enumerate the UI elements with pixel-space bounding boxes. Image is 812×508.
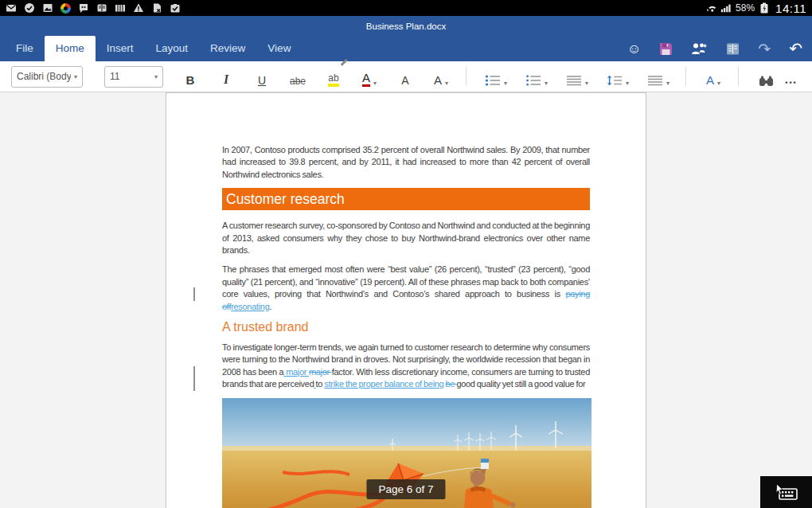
- paragraph-phrases: The phrases that emerged most often were…: [222, 264, 590, 313]
- find-button[interactable]: [757, 66, 775, 87]
- alignment-button[interactable]: ▾: [647, 66, 670, 87]
- strikethrough-icon: abe: [290, 76, 306, 87]
- italic-button[interactable]: I: [217, 66, 235, 87]
- font-size-value: 11: [110, 71, 151, 82]
- chevron-down-icon: ▾: [585, 80, 588, 87]
- heading-customer-research: Customer research: [222, 188, 590, 210]
- text-run: .: [270, 302, 272, 311]
- font-name-value: Calibri (Body): [17, 71, 71, 82]
- tracked-insertion: strike the proper balance of being: [324, 379, 443, 389]
- underline-icon: U: [258, 74, 266, 87]
- text-effects-button[interactable]: A▾: [705, 66, 722, 87]
- wifi-icon: [705, 2, 716, 14]
- ribbon-quick-actions: ☺ ↷ ↶: [627, 36, 802, 61]
- chevron-down-icon: ▾: [717, 80, 720, 87]
- chevron-down-icon: ▾: [74, 73, 77, 80]
- indent-button[interactable]: ▾: [566, 66, 588, 87]
- battery-percent: 58%: [736, 2, 755, 14]
- chevron-down-icon: ▾: [626, 80, 629, 87]
- reader-icon: [96, 2, 107, 14]
- toolbar-separator: [466, 67, 467, 86]
- tab-insert[interactable]: Insert: [96, 36, 145, 61]
- numbering-button[interactable]: ▾: [525, 66, 548, 87]
- tracked-insertion: major: [283, 367, 309, 377]
- formatting-toolbar: Calibri (Body) ▾ 11 ▾ B I U abe ab A▾ A …: [0, 61, 812, 92]
- align-lines-icon: [647, 74, 663, 87]
- clear-formatting-button[interactable]: A: [396, 66, 414, 87]
- chevron-down-icon: ▾: [445, 80, 448, 87]
- show-keyboard-button[interactable]: [760, 476, 812, 508]
- tab-home[interactable]: Home: [45, 36, 96, 61]
- ribbon-tab-row: File Home Insert Layout Review View ☺ ↷ …: [0, 36, 812, 61]
- feedback-smiley-icon[interactable]: ☺: [627, 42, 641, 56]
- heading-trusted-brand: A trusted brand: [222, 320, 590, 334]
- redo-icon[interactable]: ↷: [758, 41, 771, 57]
- tab-layout[interactable]: Layout: [145, 36, 200, 61]
- bullet-list-icon: [485, 74, 501, 87]
- clock: 14:11: [775, 2, 806, 15]
- font-color-icon: A: [362, 72, 370, 87]
- tracked-insertion: resonating: [231, 302, 269, 311]
- battery-charging-icon: [759, 2, 770, 14]
- task-checked-icon: [170, 2, 181, 14]
- paragraph-survey: A customer research survey, co-sponsored…: [222, 220, 590, 256]
- bullets-button[interactable]: ▾: [485, 66, 507, 87]
- italic-icon: I: [224, 72, 228, 87]
- line-spacing-button[interactable]: ▾: [607, 66, 629, 87]
- document-page[interactable]: In 2007, Contoso products comprised 35.2…: [166, 92, 646, 508]
- undo-icon[interactable]: ↶: [789, 41, 802, 57]
- paragraph-intro: In 2007, Contoso products comprised 35.2…: [222, 144, 590, 181]
- font-size-dropdown[interactable]: 11 ▾: [104, 66, 163, 88]
- chevron-down-icon: ▾: [504, 80, 507, 87]
- numbered-list-icon: [525, 74, 541, 87]
- document-canvas: In 2007, Contoso products comprised 35.2…: [0, 92, 812, 508]
- line-spacing-icon: [607, 74, 623, 87]
- save-icon[interactable]: [659, 42, 673, 56]
- chevron-down-icon: ▾: [373, 80, 377, 87]
- pinwheel-app-icon: [61, 3, 71, 14]
- page-number-badge: Page 6 of 7: [366, 479, 445, 499]
- read-view-icon[interactable]: [726, 42, 740, 56]
- status-indicators: 58% 14:11: [705, 2, 806, 15]
- signal-strength-icon: [720, 2, 732, 14]
- highlight-icon: ab: [328, 72, 338, 87]
- paragraph-lines-icon: [566, 74, 582, 87]
- document-title: Business Plan.docx: [366, 21, 446, 31]
- word-android-app: 58% 14:11 Business Plan.docx File Home I…: [0, 0, 812, 508]
- warning-icon: [133, 2, 144, 14]
- cloud-sync-icon: [24, 2, 35, 14]
- tab-view[interactable]: View: [256, 36, 302, 61]
- keyboard-icon: [775, 483, 798, 502]
- text-effects-icon: A: [706, 73, 714, 87]
- title-bar: Business Plan.docx: [0, 16, 812, 36]
- font-name-dropdown[interactable]: Calibri (Body) ▾: [11, 66, 83, 88]
- ellipsis-icon: •••: [785, 79, 797, 87]
- tracked-deletion: major: [309, 367, 332, 377]
- toolbar-separator: [738, 67, 739, 86]
- more-options-button[interactable]: •••: [783, 66, 801, 87]
- tab-review[interactable]: Review: [199, 36, 256, 61]
- bold-icon: B: [186, 73, 195, 87]
- tracked-deletion: be: [446, 379, 457, 389]
- font-settings-button[interactable]: A▾: [432, 66, 450, 87]
- strikethrough-button[interactable]: abe: [289, 66, 306, 87]
- font-color-button[interactable]: A▾: [361, 66, 378, 87]
- mail-icon: [6, 2, 17, 14]
- bold-button[interactable]: B: [182, 66, 199, 87]
- piano-bars-icon: [115, 2, 126, 14]
- highlight-button[interactable]: ab: [325, 66, 342, 87]
- share-people-icon[interactable]: [691, 42, 708, 55]
- binoculars-icon: [759, 75, 774, 87]
- notification-icons: [6, 2, 181, 14]
- change-bar: [193, 366, 195, 391]
- change-bar: [193, 287, 195, 301]
- clear-formatting-icon: A: [401, 74, 408, 87]
- text-run: good quality yet still a good value for: [456, 379, 585, 389]
- chat-icon: [78, 2, 89, 14]
- tab-file[interactable]: File: [5, 36, 45, 61]
- toolbar-separator: [685, 67, 686, 86]
- text-run: to: [316, 379, 325, 389]
- chevron-down-icon: ▾: [545, 80, 548, 87]
- underline-button[interactable]: U: [253, 66, 271, 87]
- chevron-down-icon: ▾: [154, 73, 158, 80]
